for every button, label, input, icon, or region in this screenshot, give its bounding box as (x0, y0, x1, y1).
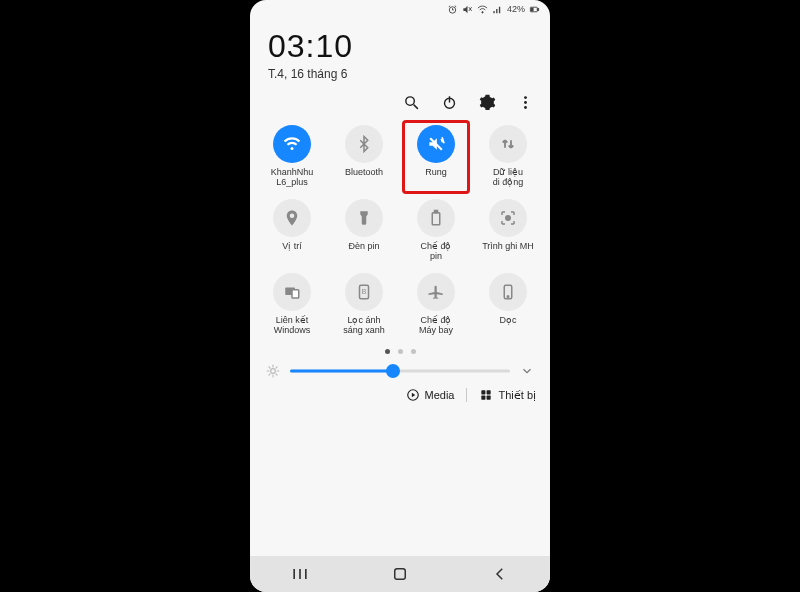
qs-tile-record[interactable]: Trình ghi MH (474, 199, 542, 263)
wifi-status-icon (477, 4, 488, 15)
qs-label: Dọc (500, 315, 517, 337)
qs-label: Lọc ánh sáng xanh (343, 315, 385, 337)
signal-icon (492, 4, 503, 15)
svg-point-3 (482, 11, 483, 12)
qs-tile-airplane[interactable]: Chế độ Máy bay (402, 273, 470, 337)
nav-bar (250, 556, 550, 592)
pager-dot[interactable] (385, 349, 390, 354)
qs-label: Chế độ Máy bay (419, 315, 453, 337)
qs-tile-bluetooth[interactable]: Bluetooth (330, 125, 398, 189)
portrait-icon (489, 273, 527, 311)
qs-label: Bluetooth (345, 167, 383, 189)
devices-button[interactable]: Thiết bị (479, 388, 536, 402)
svg-rect-37 (487, 390, 491, 394)
devices-label: Thiết bị (498, 389, 536, 402)
vibrate-icon (417, 125, 455, 163)
gear-icon[interactable] (478, 93, 496, 111)
qs-tile-battery[interactable]: Chế độ pin (402, 199, 470, 263)
svg-rect-39 (487, 396, 491, 400)
qs-tile-location[interactable]: Vị trí (258, 199, 326, 263)
svg-point-18 (506, 216, 511, 221)
qs-label: Rung (425, 167, 447, 189)
qs-label: Vị trí (282, 241, 302, 263)
brightness-icon (266, 364, 280, 378)
data-icon (489, 125, 527, 163)
status-bar: 42% (250, 0, 550, 18)
qs-tile-link[interactable]: Liên kết Windows (258, 273, 326, 337)
clock-block: 03:10 T.4, 16 tháng 6 (250, 18, 550, 87)
pager-dot[interactable] (398, 349, 403, 354)
quick-settings-grid: KhanhNhu L6_plusBluetoothRungDữ liệu di … (250, 121, 550, 343)
qs-label: Liên kết Windows (274, 315, 311, 337)
battery-icon (417, 199, 455, 237)
footer-separator (466, 388, 467, 402)
home-button[interactable] (389, 563, 411, 585)
svg-point-14 (291, 147, 294, 150)
svg-rect-5 (538, 8, 539, 10)
battery-percent: 42% (507, 4, 525, 14)
media-button[interactable]: Media (406, 388, 455, 402)
svg-point-25 (271, 369, 276, 374)
link-icon (273, 273, 311, 311)
pager-dot[interactable] (411, 349, 416, 354)
qs-tile-flashlight[interactable]: Đèn pin (330, 199, 398, 263)
svg-text:B: B (362, 288, 367, 295)
power-icon[interactable] (440, 93, 458, 111)
svg-marker-35 (411, 393, 415, 398)
qs-label: Dữ liệu di động (493, 167, 524, 189)
qs-tile-portrait[interactable]: Dọc (474, 273, 542, 337)
utility-row (250, 87, 550, 121)
qs-label: Chế độ pin (420, 241, 451, 263)
svg-point-7 (405, 96, 414, 105)
brightness-row (250, 362, 550, 384)
svg-line-8 (413, 104, 417, 108)
qs-label: Đèn pin (348, 241, 379, 263)
bluelight-icon: B (345, 273, 383, 311)
location-icon (273, 199, 311, 237)
svg-line-32 (269, 374, 270, 375)
record-icon (489, 199, 527, 237)
svg-rect-43 (395, 569, 406, 580)
phone-frame: 42% 03:10 T.4, 16 tháng 6 KhanhNhu L6_pl… (250, 0, 550, 592)
svg-line-30 (269, 367, 270, 368)
pager[interactable] (250, 343, 550, 362)
bluetooth-icon (345, 125, 383, 163)
qs-tile-bluelight[interactable]: BLọc ánh sáng xanh (330, 273, 398, 337)
flashlight-icon (345, 199, 383, 237)
clock-date: T.4, 16 tháng 6 (268, 67, 532, 81)
recent-apps-button[interactable] (289, 563, 311, 585)
svg-rect-6 (531, 7, 534, 11)
search-icon[interactable] (402, 93, 420, 111)
qs-label: KhanhNhu L6_plus (271, 167, 314, 189)
svg-rect-17 (435, 211, 438, 213)
svg-rect-20 (292, 290, 299, 298)
qs-label: Trình ghi MH (482, 241, 534, 263)
back-button[interactable] (489, 563, 511, 585)
qs-tile-vibrate[interactable]: Rung (402, 120, 470, 194)
svg-rect-16 (432, 213, 440, 225)
svg-point-13 (524, 106, 527, 109)
qs-tile-data[interactable]: Dữ liệu di động (474, 125, 542, 189)
svg-point-12 (524, 101, 527, 104)
svg-point-24 (507, 296, 509, 298)
wifi-icon (273, 125, 311, 163)
svg-point-11 (524, 96, 527, 99)
qs-tile-wifi[interactable]: KhanhNhu L6_plus (258, 125, 326, 189)
svg-rect-38 (482, 396, 486, 400)
brightness-slider[interactable] (290, 364, 510, 378)
svg-rect-36 (482, 390, 486, 394)
svg-line-33 (276, 367, 277, 368)
airplane-icon (417, 273, 455, 311)
expand-brightness-icon[interactable] (520, 364, 534, 378)
more-icon[interactable] (516, 93, 534, 111)
clock-time: 03:10 (268, 28, 532, 65)
media-label: Media (425, 389, 455, 401)
svg-line-31 (276, 374, 277, 375)
alarm-icon (447, 4, 458, 15)
mute-icon (462, 4, 473, 15)
footer-bar: Media Thiết bị (250, 384, 550, 424)
battery-icon (529, 4, 540, 15)
